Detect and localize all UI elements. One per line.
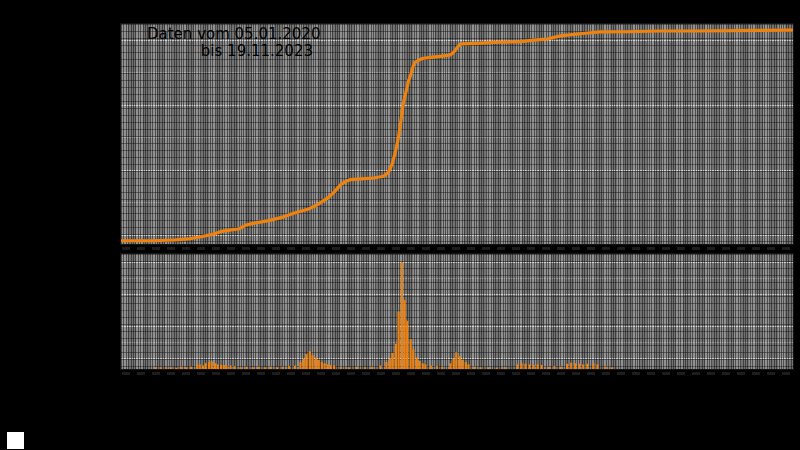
cumulative-plot: Daten vom 05.01.2020 bis 19.11.2023	[120, 23, 794, 245]
annotation-line-1: Daten vom 05.01.2020	[147, 26, 313, 43]
figure: Daten vom 05.01.2020 bis 19.11.2023	[0, 0, 800, 450]
annotation-line-2: bis 19.11.2023	[147, 43, 313, 60]
bottom-plot-xtick-labels	[122, 372, 792, 375]
white-square-marker	[7, 432, 24, 449]
daily-bars-svg	[121, 254, 793, 369]
figure-canvas: { "annotation": { "line1": "Daten vom 05…	[0, 0, 800, 450]
top-plot-xtick-labels	[122, 247, 792, 250]
daily-bars-plot	[120, 253, 794, 370]
date-range-annotation: Daten vom 05.01.2020 bis 19.11.2023	[147, 26, 313, 60]
